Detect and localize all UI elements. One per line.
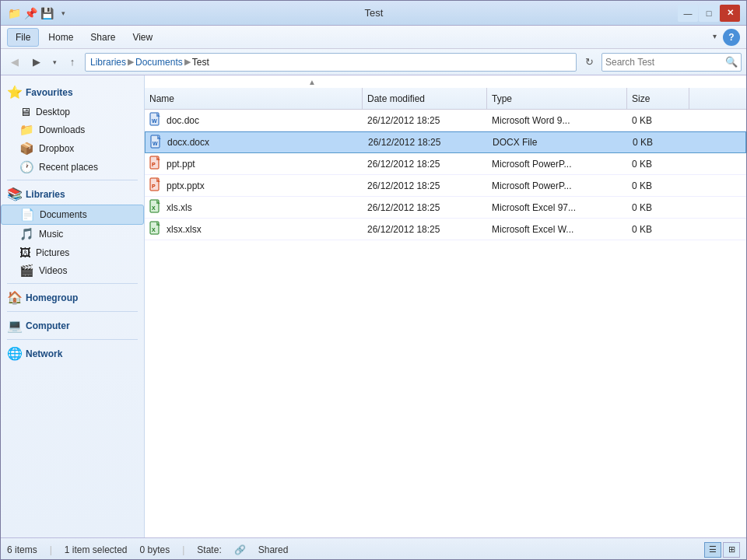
file-date-cell: 26/12/2012 18:25 [363,202,487,213]
menu-dropdown-arrow[interactable]: ▾ [710,29,720,46]
window-title: Test [70,7,678,19]
table-row[interactable]: W doc.doc 26/12/2012 18:25 Microsoft Wor… [145,110,746,131]
file-name-cell: P pptx.pptx [145,177,363,194]
file-type-cell: Microsoft Word 9... [487,115,627,126]
file-size-cell: 0 KB [627,180,689,191]
file-name: docx.docx [167,137,209,148]
sidebar-item-videos[interactable]: 🎬 Videos [1,261,144,280]
item-count: 6 items [7,544,37,555]
title-bar: 📁 📌 💾 ▾ Test — □ ✕ [1,1,746,26]
svg-text:W: W [153,141,158,146]
state-label: State: [197,544,221,555]
dropbox-label: Dropbox [39,143,74,154]
menu-item-share[interactable]: Share [82,29,123,46]
selection-size: 0 bytes [140,544,170,555]
col-header-name[interactable]: Name [145,88,363,109]
recent-icon: 🕐 [19,160,34,174]
table-row[interactable]: W docx.docx 26/12/2012 18:25 DOCX File 0… [145,131,746,153]
table-row[interactable]: P pptx.pptx 26/12/2012 18:25 Microsoft P… [145,175,746,197]
refresh-button[interactable]: ↻ [580,53,598,72]
menu-item-file[interactable]: File [7,28,39,47]
breadcrumb-documents[interactable]: Documents [135,57,183,68]
table-row[interactable]: X xls.xls 26/12/2012 18:25 Microsoft Exc… [145,197,746,219]
folder-icon: 📁 [7,6,21,20]
col-header-size[interactable]: Size [627,88,689,109]
minimize-button[interactable]: — [678,5,698,22]
file-name: xlsx.xlsx [167,224,202,235]
file-type-icon: X [149,221,162,237]
file-list-header: Name Date modified Type Size [145,88,746,110]
divider-4 [7,339,138,340]
favourites-icon: ⭐ [7,85,23,100]
file-type-cell: Microsoft PowerP... [487,180,627,191]
table-row[interactable]: X xlsx.xlsx 26/12/2012 18:25 Microsoft E… [145,219,746,240]
music-label: Music [39,229,63,240]
file-date-cell: 26/12/2012 18:25 [363,224,487,235]
up-button[interactable]: ↑ [63,53,82,72]
close-button[interactable]: ✕ [720,5,740,22]
quick-access-icons: 📁 📌 💾 ▾ [7,6,70,20]
sidebar-group-libraries[interactable]: 📚 Libraries [1,184,144,205]
forward-button[interactable]: ▶ [27,53,46,72]
file-type-icon: P [149,156,162,172]
sidebar-item-desktop[interactable]: 🖥 Desktop [1,103,144,121]
sidebar-item-recent[interactable]: 🕐 Recent places [1,158,144,177]
sidebar-group-favourites[interactable]: ⭐ Favourites [1,82,144,103]
col-header-date[interactable]: Date modified [363,88,487,109]
sidebar-group-network[interactable]: 🌐 Network [1,343,144,364]
sidebar-item-dropbox[interactable]: 📦 Dropbox [1,139,144,158]
back-button[interactable]: ◀ [5,53,24,72]
dropdown-arrow-icon[interactable]: ▾ [56,6,70,20]
menu-bar: File Home Share View ▾ ? [1,26,746,49]
downloads-label: Downloads [39,124,85,135]
divider-3 [7,311,138,312]
menu-bar-right: ▾ ? [710,29,740,46]
sidebar-item-music[interactable]: 🎵 Music [1,225,144,243]
sidebar-item-downloads[interactable]: 📁 Downloads [1,121,144,139]
details-view-button[interactable]: ☰ [704,542,721,558]
state-icon: 🔗 [234,544,246,555]
sidebar-section-network: 🌐 Network [1,343,144,364]
file-type-icon: W [150,135,163,151]
sidebar-section-computer: 💻 Computer [1,315,144,336]
network-icon: 🌐 [7,346,23,361]
menu-item-home[interactable]: Home [40,29,81,46]
history-dropdown[interactable]: ▾ [49,53,60,72]
maximize-button[interactable]: □ [699,5,719,22]
search-box[interactable]: 🔍 [601,53,742,72]
file-type-icon: W [149,112,162,128]
search-icon[interactable]: 🔍 [725,56,738,68]
breadcrumb-test: Test [192,57,209,68]
menu-item-view[interactable]: View [124,29,160,46]
desktop-label: Desktop [36,107,70,117]
sidebar-item-documents[interactable]: 📄 Documents [1,205,144,225]
file-size-cell: 0 KB [627,202,689,213]
favourites-label: Favourites [26,87,73,98]
col-header-type[interactable]: Type [487,88,627,109]
save-icon: 💾 [40,6,54,20]
file-date-cell: 26/12/2012 18:25 [363,137,488,148]
address-breadcrumb[interactable]: Libraries ▶ Documents ▶ Test [85,53,577,72]
svg-text:X: X [152,227,156,233]
sidebar-group-computer[interactable]: 💻 Computer [1,315,144,336]
table-row[interactable]: P ppt.ppt 26/12/2012 18:25 Microsoft Pow… [145,153,746,175]
search-input[interactable] [605,57,725,68]
sidebar-item-pictures[interactable]: 🖼 Pictures [1,243,144,261]
sidebar: ⭐ Favourites 🖥 Desktop 📁 Downloads 📦 Dro… [1,75,145,537]
large-icons-button[interactable]: ⊞ [723,542,740,558]
file-name-cell: W docx.docx [146,135,363,151]
title-bar-left: 📁 📌 💾 ▾ [7,6,70,20]
breadcrumb-libraries[interactable]: Libraries [90,57,126,68]
music-icon: 🎵 [19,227,34,241]
svg-text:X: X [152,205,156,211]
documents-label: Documents [40,209,87,220]
file-date-cell: 26/12/2012 18:25 [363,180,487,191]
file-type-icon: X [149,199,162,215]
help-button[interactable]: ? [723,29,740,46]
state-value: Shared [258,544,289,555]
file-type-cell: DOCX File [488,137,628,148]
svg-text:P: P [152,162,156,167]
sidebar-group-homegroup[interactable]: 🏠 Homegroup [1,287,144,308]
dropbox-icon: 📦 [19,142,34,156]
content-area: ▲ Name Date modified Type Size W [145,75,746,537]
